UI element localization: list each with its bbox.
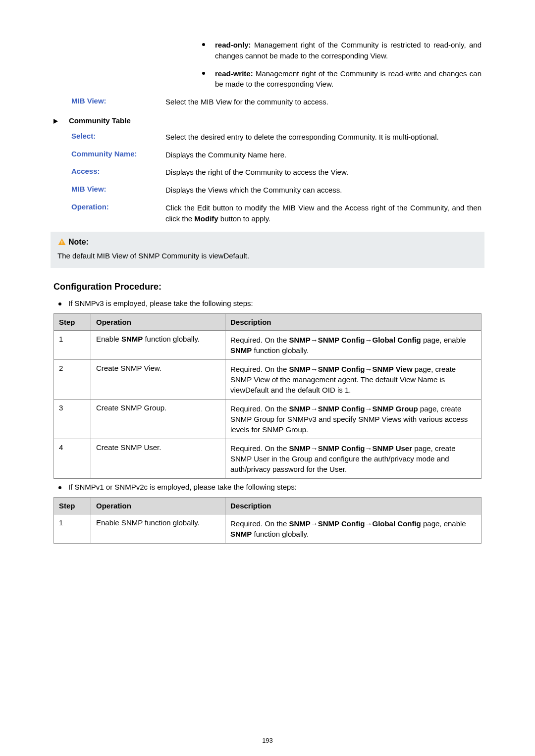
table-header-row: Step Operation Description xyxy=(54,497,482,514)
config-table-snmpv3: Step Operation Description 1 Enable SNMP… xyxy=(54,313,482,479)
td-step: 3 xyxy=(54,399,91,439)
lead-text: If SNMPv3 is employed, please take the f… xyxy=(68,299,482,307)
td-operation: Create SNMP View. xyxy=(91,359,225,399)
def-text: Displays the Community Name here. xyxy=(165,150,482,160)
def-label: Operation: xyxy=(71,202,165,211)
note-title: Note: xyxy=(68,238,89,247)
th-operation: Operation xyxy=(91,497,225,514)
lead-snmpv1v2c: If SNMPv1 or SNMPv2c is employed, please… xyxy=(58,483,482,491)
bullet-dot-icon xyxy=(202,72,205,75)
def-operation: Operation: Click the Edit button to modi… xyxy=(71,202,482,224)
td-description: Required. On the SNMP→SNMP Config→SNMP U… xyxy=(225,439,482,478)
td-step: 4 xyxy=(54,439,91,478)
bullet-dot-icon xyxy=(58,486,61,489)
table-row: 1 Enable SNMP function globally. Require… xyxy=(54,330,482,359)
triangle-icon xyxy=(54,119,58,124)
bullet-rest: Management right of the Community is rea… xyxy=(215,69,482,89)
community-table-heading: Community Table xyxy=(69,116,131,125)
note-text: The default MIB View of SNMP Community i… xyxy=(57,251,478,262)
bullet-dot-icon xyxy=(202,43,205,46)
svg-rect-2 xyxy=(61,244,62,245)
def-label: Community Name: xyxy=(71,150,165,158)
community-table-heading-row: Community Table xyxy=(54,116,482,125)
td-step: 2 xyxy=(54,359,91,399)
def-label: MIB View: xyxy=(71,97,165,105)
td-description: Required. On the SNMP→SNMP Config→SNMP V… xyxy=(225,359,482,399)
td-description: Required. On the SNMP→SNMP Config→Global… xyxy=(225,330,482,359)
th-operation: Operation xyxy=(91,313,225,330)
page-number: 193 xyxy=(0,737,535,744)
table-row: 1 Enable SNMP function globally. Require… xyxy=(54,514,482,543)
th-description: Description xyxy=(225,313,482,330)
note-box: Note: The default MIB View of SNMP Commu… xyxy=(51,232,484,268)
bullet-rest: Management right of the Community is res… xyxy=(215,41,482,60)
def-mib-view: MIB View: Displays the Views which the C… xyxy=(71,185,482,196)
td-operation: Enable SNMP function globally. xyxy=(91,330,225,359)
svg-rect-1 xyxy=(61,241,62,243)
def-mib-view-top: MIB View: Select the MIB View for the co… xyxy=(71,97,482,107)
def-text: Displays the right of the Community to a… xyxy=(165,167,482,178)
lead-snmpv3: If SNMPv3 is employed, please take the f… xyxy=(58,299,482,307)
bullet-read-write: read-write: Management right of the Comm… xyxy=(202,68,482,90)
config-table-snmpv1v2c: Step Operation Description 1 Enable SNMP… xyxy=(54,497,482,544)
th-step: Step xyxy=(54,313,91,330)
def-label: Access: xyxy=(71,167,165,175)
table-header-row: Step Operation Description xyxy=(54,313,482,330)
th-step: Step xyxy=(54,497,91,514)
def-text: Select the MIB View for the community to… xyxy=(165,97,482,107)
def-access: Access: Displays the right of the Commun… xyxy=(71,167,482,178)
def-community-name: Community Name: Displays the Community N… xyxy=(71,150,482,160)
td-description: Required. On the SNMP→SNMP Config→SNMP G… xyxy=(225,399,482,439)
warning-icon xyxy=(57,238,66,247)
table-row: 2 Create SNMP View. Required. On the SNM… xyxy=(54,359,482,399)
lead-text: If SNMPv1 or SNMPv2c is employed, please… xyxy=(68,483,482,491)
bullet-text: read-write: Management right of the Comm… xyxy=(215,68,482,90)
bullet-strong: read-write: xyxy=(215,69,253,78)
def-text: Displays the Views which the Community c… xyxy=(165,185,482,196)
td-description: Required. On the SNMP→SNMP Config→Global… xyxy=(225,514,482,543)
td-operation: Enable SNMP function globally. xyxy=(91,514,225,543)
th-description: Description xyxy=(225,497,482,514)
table-row: 3 Create SNMP Group. Required. On the SN… xyxy=(54,399,482,439)
def-text: Click the Edit button to modify the MIB … xyxy=(165,202,482,224)
bullet-read-only: read-only: Management right of the Commu… xyxy=(202,40,482,61)
table-row: 4 Create SNMP User. Required. On the SNM… xyxy=(54,439,482,478)
note-title-row: Note: xyxy=(57,238,478,247)
td-operation: Create SNMP User. xyxy=(91,439,225,478)
def-label: Select: xyxy=(71,132,165,140)
td-step: 1 xyxy=(54,330,91,359)
bullet-dot-icon xyxy=(58,302,61,305)
page-container: read-only: Management right of the Commu… xyxy=(0,0,535,756)
def-label: MIB View: xyxy=(71,185,165,193)
bullet-strong: read-only: xyxy=(215,41,251,49)
def-text: Select the desired entry to delete the c… xyxy=(165,132,482,143)
config-procedure-title: Configuration Procedure: xyxy=(54,282,482,292)
def-select: Select: Select the desired entry to dele… xyxy=(71,132,482,143)
td-step: 1 xyxy=(54,514,91,543)
bullet-text: read-only: Management right of the Commu… xyxy=(215,40,482,61)
td-operation: Create SNMP Group. xyxy=(91,399,225,439)
access-mode-bullets: read-only: Management right of the Commu… xyxy=(202,40,482,90)
